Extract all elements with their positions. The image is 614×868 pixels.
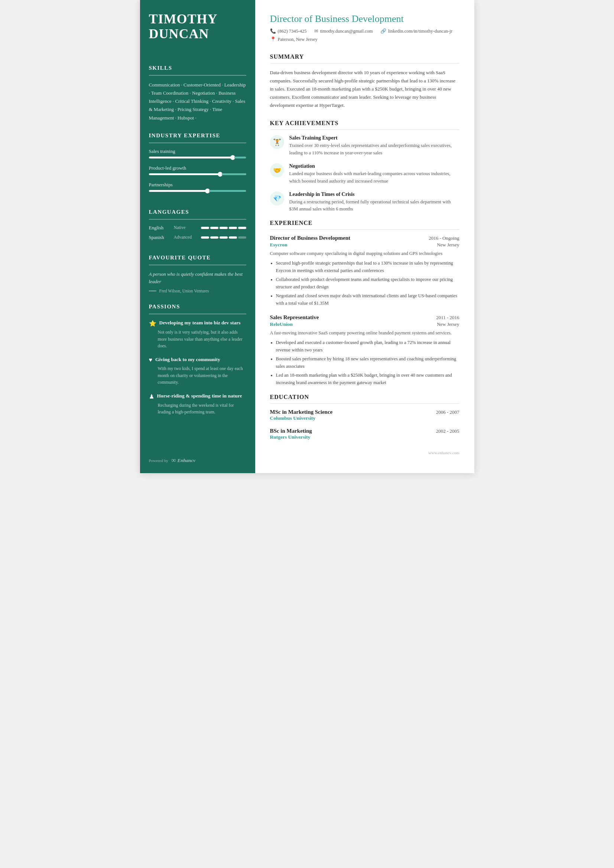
contact-linkedin: 🔗 linkedin.com/in/timothy-duncan-jr: [380, 28, 452, 34]
lang-segment: [238, 227, 246, 229]
languages-divider: [149, 219, 246, 220]
education-header: MSc in Marketing Science 2006 - 2007: [270, 409, 460, 415]
achievement-item: 🤝 Negotiation Landed major business deal…: [270, 163, 460, 185]
education-dates: 2002 - 2005: [436, 428, 460, 434]
education-degree: MSc in Marketing Science: [270, 409, 333, 415]
achievement-desc: Landed major business deals with market-…: [289, 170, 460, 185]
passion-desc: Recharging during the weekend is vital f…: [149, 402, 246, 415]
passion-desc: With my two kids, I spend at least one d…: [149, 365, 246, 386]
resume-document: TIMOTHY DUNCAN SKILLS Communication · Cu…: [140, 0, 474, 473]
experience-subheader: ReloUnion New Jersey: [270, 321, 460, 327]
enhancv-symbol-icon: ∞: [171, 456, 176, 464]
expertise-bar-fill: [149, 173, 222, 175]
experience-subheader: Esycron New Jersey: [270, 242, 460, 248]
achievement-icon: 🤝: [270, 163, 284, 177]
quote-text: A person who is quietly confident makes …: [149, 271, 246, 286]
lang-segment: [201, 236, 209, 239]
achievement-content: Sales Training Expert Trained over 30 en…: [289, 135, 460, 157]
quote-divider: [149, 265, 246, 265]
lang-segment: [238, 236, 246, 239]
achievement-desc: During a restructuring period, formed fu…: [289, 198, 460, 213]
language-bar: [201, 236, 246, 239]
experience-bullet: Developed and executed a customer-focuse…: [276, 339, 460, 353]
skills-text: Communication · Customer-Oriented · Lead…: [149, 81, 246, 122]
quote-dash-icon: [149, 291, 156, 291]
languages-title: LANGUAGES: [149, 209, 246, 215]
expertise-bar-tail: [235, 157, 246, 158]
achievement-title: Leadership in Times of Crisis: [289, 192, 460, 197]
education-title: EDUCATION: [270, 394, 460, 400]
expertise-item: Product-led growth: [149, 165, 246, 175]
footer-url: www.enhancv.com: [428, 451, 460, 455]
sidebar: TIMOTHY DUNCAN SKILLS Communication · Cu…: [140, 0, 255, 473]
expertise-bar-tail: [209, 190, 246, 192]
achievements-title: KEY ACHIEVEMENTS: [270, 120, 460, 127]
language-bar: [201, 227, 246, 229]
expertise-label: Partnerships: [149, 182, 246, 188]
education-school: Columbus University: [270, 415, 460, 421]
expertise-title: INDUSTRY EXPERTISE: [149, 132, 246, 139]
passion-icon: ♥: [149, 356, 153, 363]
first-name: TIMOTHY: [149, 11, 218, 26]
phone-value: (862) 7345-425: [278, 29, 307, 34]
expertise-bar-fill: [149, 190, 209, 192]
passion-item: ♟ Horse-riding & spending time in nature…: [149, 393, 246, 415]
candidate-name: TIMOTHY DUNCAN: [149, 12, 246, 41]
passion-item: ⭐ Developing my team into biz dev stars …: [149, 319, 246, 350]
experience-title-text: Director of Business Development: [270, 235, 351, 241]
skills-title: SKILLS: [149, 65, 246, 71]
achievement-icon: 🏋: [270, 135, 284, 149]
experience-bullets: Developed and executed a customer-focuse…: [270, 339, 460, 386]
language-level: Native: [174, 225, 199, 231]
achievement-item: 💎 Leadership in Times of Crisis During a…: [270, 192, 460, 213]
achievement-icon: 💎: [270, 192, 284, 206]
lang-segment: [210, 227, 218, 229]
powered-by-label: Powered by: [149, 458, 168, 463]
language-name: Spanish: [149, 234, 174, 240]
experience-divider: [270, 229, 460, 230]
passion-title: Developing my team into biz dev stars: [159, 319, 241, 326]
quote-author: Fred Wilson, Union Ventures: [149, 289, 246, 293]
education-divider: [270, 403, 460, 404]
enhancv-logo: ∞ Enhancv: [171, 456, 195, 464]
passion-desc: Not only is it very satisfying, but it a…: [149, 329, 246, 350]
experience-desc: A fast-moving innovative SaaS company po…: [270, 329, 460, 336]
education-school: Rutgers University: [270, 434, 460, 440]
contact-email: ✉ timothy.duncan@gmail.com: [314, 28, 373, 34]
main-content: Director of Business Development 📞 (862)…: [255, 0, 474, 473]
experience-location: New Jersey: [437, 242, 459, 248]
achievement-item: 🏋 Sales Training Expert Trained over 30 …: [270, 135, 460, 157]
passion-title: Giving back to my community: [155, 356, 220, 363]
languages-list: English Native Spanish Advanced: [149, 225, 246, 244]
experience-bullet: Secured high-profile strategic partnersh…: [276, 259, 460, 274]
lang-segment: [210, 236, 218, 239]
passion-header: ♥ Giving back to my community: [149, 356, 246, 363]
achievement-title: Sales Training Expert: [289, 135, 460, 141]
linkedin-icon: 🔗: [380, 28, 386, 34]
sidebar-footer: Powered by ∞ Enhancv: [149, 449, 246, 464]
education-degree: BSc in Marketing: [270, 428, 312, 434]
experience-dates: 2016 - Ongoing: [429, 235, 459, 241]
experience-header: Sales Representative 2011 - 2016: [270, 314, 460, 321]
language-level: Advanced: [174, 234, 199, 240]
education-dates: 2006 - 2007: [436, 409, 460, 415]
expertise-list: Sales training Product-led growth Partne…: [149, 149, 246, 198]
phone-icon: 📞: [270, 28, 276, 34]
passion-item: ♥ Giving back to my community With my tw…: [149, 356, 246, 386]
expertise-bar-track: [149, 157, 246, 158]
experience-company: Esycron: [270, 242, 288, 248]
email-value: timothy.duncan@gmail.com: [320, 29, 373, 34]
expertise-bar-fill: [149, 157, 235, 158]
expertise-item: Sales training: [149, 149, 246, 158]
experience-title: EXPERIENCE: [270, 220, 460, 226]
achievement-desc: Trained over 30 entry-level sales repres…: [289, 142, 460, 157]
experience-item: Sales Representative 2011 - 2016 ReloUni…: [270, 314, 460, 386]
language-item: English Native: [149, 225, 246, 231]
experience-title-text: Sales Representative: [270, 314, 319, 321]
experience-bullet: Boosted sales performance by hiring 18 n…: [276, 355, 460, 370]
contact-row: 📞 (862) 7345-425 ✉ timothy.duncan@gmail.…: [270, 28, 460, 42]
location-value: Paterson, New Jersey: [278, 37, 317, 42]
passion-title: Horse-riding & spending time in nature: [157, 393, 242, 399]
achievements-list: 🏋 Sales Training Expert Trained over 30 …: [270, 135, 460, 212]
email-icon: ✉: [314, 28, 318, 34]
